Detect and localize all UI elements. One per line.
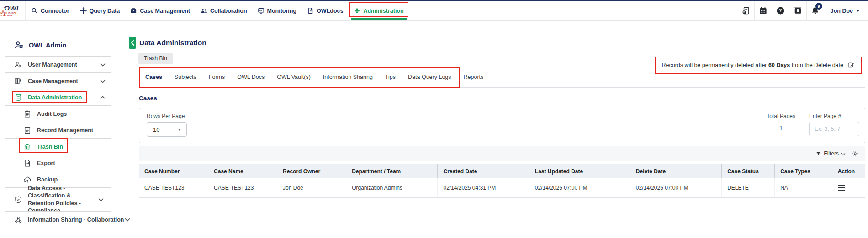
tab-data-query-logs[interactable]: Data Query Logs xyxy=(408,67,451,88)
sidebar-item-label: Data Administration xyxy=(28,94,82,101)
tab-forms[interactable]: Forms xyxy=(209,67,225,88)
column-header-created-date[interactable]: Created Date xyxy=(437,164,529,178)
filters-button[interactable]: Filters xyxy=(815,150,846,157)
column-header-last-updated-date[interactable]: Last Updated Date xyxy=(529,164,630,178)
tab-owl-vaults[interactable]: OWL Vault(s) xyxy=(277,67,311,88)
user-management-icon xyxy=(14,61,22,69)
sidebar-item-label: Trash Bin xyxy=(37,144,63,150)
column-header-record-owner[interactable]: Record Owner xyxy=(277,164,346,178)
nav-label: Administration xyxy=(363,8,403,14)
nav-label: OWLdocs xyxy=(317,8,343,14)
user-menu[interactable]: Jon Doe xyxy=(824,1,868,20)
table-header: Case Number Case Name Record Owner Depar… xyxy=(139,164,865,178)
cell-delete-date: 02/14/2025 07:00 PM xyxy=(630,178,721,197)
chevron-down-icon xyxy=(100,79,106,83)
rows-per-page: Rows Per Page 10 xyxy=(147,113,857,137)
user-name: Jon Doe xyxy=(831,8,853,14)
collapse-sidebar-button[interactable] xyxy=(129,37,136,49)
chevron-down-icon xyxy=(98,198,104,202)
column-header-case-types[interactable]: Case Types xyxy=(774,164,832,178)
cell-record-owner: Jon Doe xyxy=(277,178,346,197)
edit-icon[interactable] xyxy=(847,62,855,69)
filter-funnel-icon xyxy=(815,151,821,157)
search-icon xyxy=(31,7,38,14)
filters-label: Filters xyxy=(824,150,839,157)
sidebar-item-data-administration[interactable]: Data Administration xyxy=(5,89,111,106)
chevron-up-icon xyxy=(100,96,106,99)
sidebar-item-trash-bin[interactable]: Trash Bin xyxy=(5,138,111,155)
sidebar-item-case-management[interactable]: Case Management xyxy=(5,72,111,89)
tab-owl-docs[interactable]: OWL Docs xyxy=(237,67,265,88)
active-nav-underline xyxy=(351,18,406,20)
logo-text: OWL xyxy=(4,5,21,11)
notifications-button[interactable]: 9 xyxy=(806,1,824,20)
column-header-department-team[interactable]: Department / Team xyxy=(346,164,437,178)
sidebar-item-data-access-compliance[interactable]: Data Access - Classification & Retention… xyxy=(5,187,111,212)
trash-icon xyxy=(23,143,32,151)
sidebar-item-record-management[interactable]: Record Management xyxy=(5,122,111,139)
main-content: Data Administration Trash Bin Records wi… xyxy=(129,36,865,198)
nav-owldocs[interactable]: OWLdocs xyxy=(307,7,343,14)
chevron-down-icon xyxy=(856,10,860,12)
admin-flower-icon xyxy=(354,7,360,14)
move-icon xyxy=(80,7,87,14)
device-report-button[interactable] xyxy=(737,1,754,20)
cell-case-name: CASE-TEST123 xyxy=(208,178,277,197)
column-header-case-number[interactable]: Case Number xyxy=(139,164,208,178)
device-report-icon xyxy=(741,6,750,15)
nav-label: Collaboration xyxy=(210,8,247,14)
nav-query-data[interactable]: Query Data xyxy=(80,7,120,14)
sidebar-item-information-sharing[interactable]: Information Sharing - Collaboration xyxy=(5,211,111,228)
cell-case-status: DELETE xyxy=(721,178,774,197)
tab-tips[interactable]: Tips xyxy=(385,67,396,88)
column-header-case-name[interactable]: Case Name xyxy=(208,164,277,178)
enter-page-input[interactable] xyxy=(809,122,859,136)
page-controls: Total Pages 1 Enter Page # xyxy=(767,113,859,136)
monitoring-icon xyxy=(258,7,265,14)
sidebar-item-label: Audit Logs xyxy=(37,111,67,117)
people-icon xyxy=(201,7,207,14)
column-header-action[interactable]: Action xyxy=(832,164,865,178)
sidebar-item-label: Case Management xyxy=(28,78,78,84)
logo-decoration xyxy=(2,10,4,12)
plugin-icon xyxy=(794,6,802,15)
rows-per-page-select[interactable]: 10 xyxy=(147,122,187,137)
chevron-down-icon xyxy=(100,63,106,67)
nav-administration[interactable]: Administration xyxy=(354,7,403,14)
nav-case-management[interactable]: Case Management xyxy=(130,7,190,14)
content-area: Cases Subjects Forms OWL Docs OWL Vault(… xyxy=(139,67,865,198)
column-header-case-status[interactable]: Case Status xyxy=(721,164,774,178)
plugin-button[interactable] xyxy=(789,1,806,20)
tab-information-sharing[interactable]: Information Sharing xyxy=(323,67,373,88)
column-header-delete-date[interactable]: Delete Date xyxy=(630,164,721,178)
nav-collaboration[interactable]: Collaboration xyxy=(201,7,247,14)
chevron-down-icon xyxy=(125,218,130,222)
retention-note-text: Records will be permanently deleted afte… xyxy=(662,62,843,68)
gear-icon[interactable] xyxy=(852,150,859,157)
topbar-actions: ? 9 Jon Doe xyxy=(737,1,868,20)
table-row: CASE-TEST123 CASE-TEST123 Jon Doe Organi… xyxy=(139,178,865,198)
database-icon xyxy=(14,93,22,102)
sidebar-item-export[interactable]: Export xyxy=(5,155,111,171)
sidebar-item-audit-logs[interactable]: Audit Logs xyxy=(5,105,111,122)
logo-decoration xyxy=(4,14,5,16)
section-title: Cases xyxy=(139,95,865,102)
sidebar-item-label: User Management xyxy=(28,62,77,68)
chevron-down-icon xyxy=(178,129,181,131)
tab-subjects[interactable]: Subjects xyxy=(175,67,196,88)
owl-logo[interactable]: OWL INTELLIGENCE PLATFORM xyxy=(0,1,26,20)
tab-cases[interactable]: Cases xyxy=(145,67,162,88)
audit-clipboard-icon xyxy=(23,110,32,118)
row-menu-icon[interactable] xyxy=(838,184,845,192)
calendar-button[interactable] xyxy=(754,1,772,20)
sidebar-item-user-management[interactable]: User Management xyxy=(5,56,111,73)
chevron-down-icon xyxy=(841,153,846,156)
tab-reports[interactable]: Reports xyxy=(464,67,484,88)
logo-decoration xyxy=(4,7,5,8)
topbar: OWL INTELLIGENCE PLATFORM Connector Quer… xyxy=(0,0,868,21)
nav-monitoring[interactable]: Monitoring xyxy=(258,7,297,14)
total-pages-value: 1 xyxy=(767,125,795,132)
retention-note: Records will be permanently deleted afte… xyxy=(655,57,862,74)
nav-connector[interactable]: Connector xyxy=(31,7,69,14)
help-button[interactable]: ? xyxy=(772,1,789,20)
